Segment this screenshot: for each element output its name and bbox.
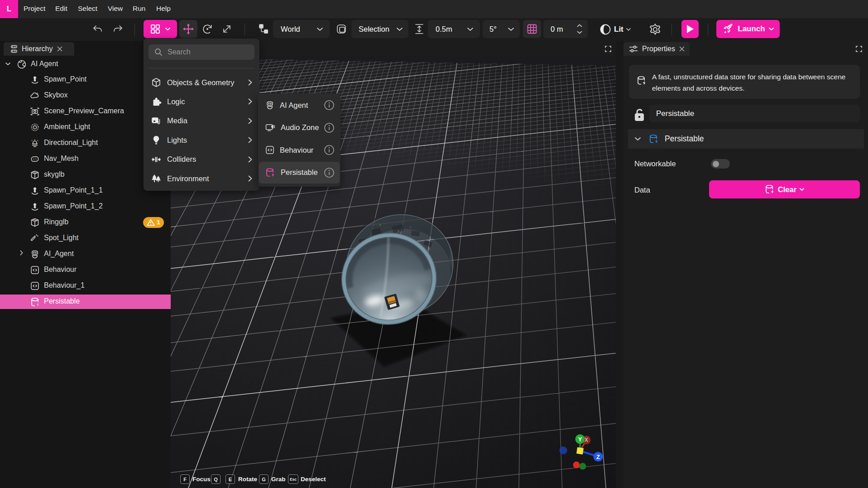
svg-text:Z: Z [596, 454, 600, 460]
svg-text:X: X [585, 437, 588, 443]
svg-text:Y: Y [578, 436, 582, 443]
